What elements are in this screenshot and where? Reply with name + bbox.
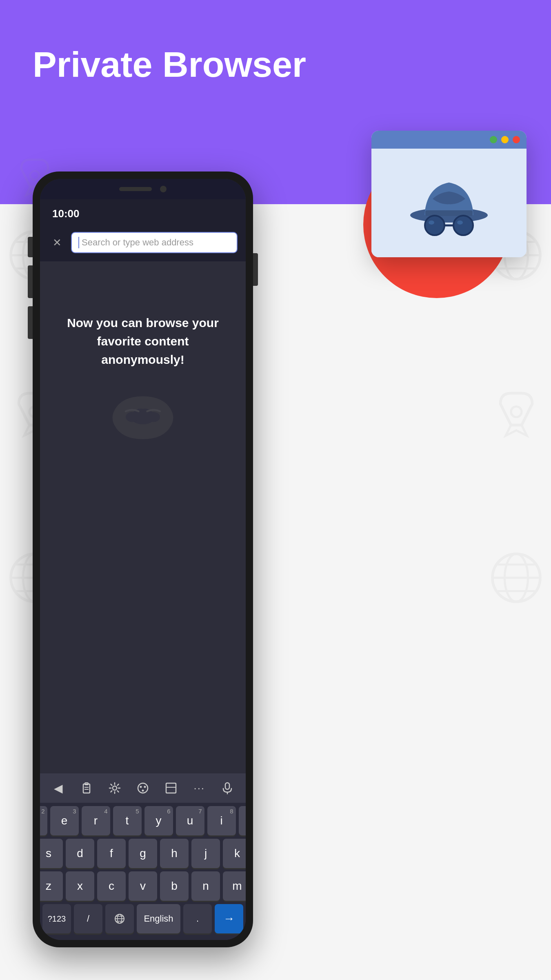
key-s[interactable]: s <box>40 839 63 868</box>
volume-silent-button <box>28 237 33 257</box>
keyboard-settings-btn[interactable] <box>102 776 127 800</box>
key-t[interactable]: 5t <box>113 806 142 835</box>
key-d[interactable]: d <box>66 839 94 868</box>
key-u[interactable]: 7u <box>176 806 204 835</box>
text-cursor <box>78 237 79 248</box>
key-e[interactable]: 3e <box>50 806 79 835</box>
browser-window-mockup <box>371 131 527 257</box>
keyboard-row-4: ?123 / English . → <box>42 904 243 933</box>
keyboard-row-1: 1q 2w 3e 4r 5t 6y 7u 8i 9o 0p <box>42 806 243 835</box>
volume-up-button <box>28 265 33 298</box>
camera-dot <box>160 186 167 192</box>
svg-rect-44 <box>225 783 229 789</box>
phone-mockup: 10:00 ✕ Search or type web address Now y… <box>33 172 253 947</box>
key-g[interactable]: g <box>129 839 157 868</box>
key-b[interactable]: b <box>160 871 189 901</box>
svg-rect-42 <box>166 783 176 793</box>
power-button <box>253 253 258 286</box>
key-m[interactable]: m <box>223 871 246 901</box>
keyboard-microphone-btn[interactable] <box>215 776 240 800</box>
key-globe[interactable] <box>105 904 134 933</box>
status-bar: 10:00 <box>40 199 246 228</box>
volume-down-button <box>28 306 33 339</box>
keyboard-more-btn[interactable]: ··· <box>187 776 211 800</box>
key-n[interactable]: n <box>191 871 220 901</box>
key-j[interactable]: j <box>191 839 220 868</box>
keyboard-palette-btn[interactable] <box>131 776 155 800</box>
close-tab-button[interactable]: ✕ <box>48 234 66 252</box>
page-title: Private Browser <box>33 45 518 85</box>
svg-point-40 <box>144 786 146 788</box>
svg-point-30 <box>457 220 463 225</box>
svg-point-27 <box>453 216 473 235</box>
keyboard-toolbar: ◀ ··· <box>40 773 246 803</box>
svg-point-31 <box>126 412 139 422</box>
svg-point-32 <box>147 412 160 422</box>
svg-point-26 <box>425 216 444 235</box>
keyboard: ◀ ··· <box>40 773 246 940</box>
window-dot-green <box>490 136 497 143</box>
search-input[interactable]: Search or type web address <box>71 232 238 253</box>
window-dot-red <box>513 136 520 143</box>
status-time: 10:00 <box>52 207 80 220</box>
key-k[interactable]: k <box>223 839 246 868</box>
keyboard-layout-btn[interactable] <box>159 776 183 800</box>
browser-body <box>371 149 527 257</box>
phone-notch-area <box>40 179 246 199</box>
key-f[interactable]: f <box>97 839 126 868</box>
svg-point-37 <box>113 786 117 790</box>
keyboard-row-2: a s d f g h j k l <box>42 839 243 868</box>
key-h[interactable]: h <box>160 839 189 868</box>
speaker-bar <box>119 187 152 191</box>
window-dot-yellow <box>501 136 509 143</box>
browser-content-area: Now you can browse your favorite content… <box>40 261 246 498</box>
key-i[interactable]: 8i <box>207 806 236 835</box>
key-z[interactable]: z <box>40 871 63 901</box>
browser-window-controls <box>490 136 520 143</box>
phone-screen: 10:00 ✕ Search or type web address Now y… <box>40 179 246 940</box>
key-c[interactable]: c <box>97 871 126 901</box>
key-space[interactable]: English <box>137 904 180 933</box>
key-period[interactable]: . <box>183 904 212 933</box>
anonymous-browse-message: Now you can browse your favorite content… <box>56 314 229 369</box>
search-bar-area: ✕ Search or type web address <box>40 228 246 261</box>
key-numbers-toggle[interactable]: ?123 <box>42 904 71 933</box>
key-x[interactable]: x <box>66 871 94 901</box>
keyboard-back-btn[interactable]: ◀ <box>46 776 71 800</box>
svg-point-29 <box>429 220 434 225</box>
key-w[interactable]: 2w <box>40 806 47 835</box>
phone-outer-frame: 10:00 ✕ Search or type web address Now y… <box>33 172 253 947</box>
svg-rect-33 <box>83 784 90 793</box>
privacy-mask-icon <box>106 389 180 446</box>
key-v[interactable]: v <box>129 871 157 901</box>
search-placeholder: Search or type web address <box>82 237 193 248</box>
key-y[interactable]: 6y <box>144 806 173 835</box>
keyboard-clipboard-btn[interactable] <box>74 776 99 800</box>
key-slash[interactable]: / <box>74 904 102 933</box>
incognito-hat-icon <box>404 162 494 244</box>
key-o[interactable]: 9o <box>239 806 246 835</box>
keyboard-keys: 1q 2w 3e 4r 5t 6y 7u 8i 9o 0p a s <box>40 803 246 940</box>
svg-point-41 <box>142 790 144 792</box>
keyboard-row-3: ⇧ z x c v b n m ⌫ <box>42 871 243 901</box>
browser-titlebar <box>371 131 527 149</box>
key-r[interactable]: 4r <box>82 806 110 835</box>
svg-point-39 <box>140 786 142 788</box>
key-enter[interactable]: → <box>215 904 243 933</box>
